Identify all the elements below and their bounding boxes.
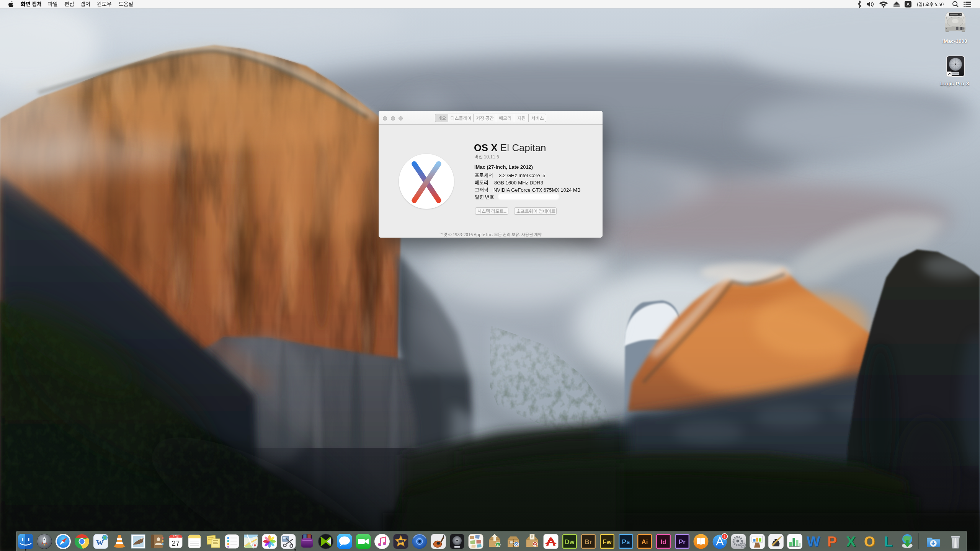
svg-text:Pr: Pr	[679, 538, 686, 546]
svg-text:Q: Q	[534, 543, 536, 546]
svg-text:Br: Br	[585, 538, 592, 546]
svg-text:X: X	[846, 534, 856, 549]
svg-text:Ai: Ai	[642, 538, 648, 546]
svg-text:A: A	[906, 2, 910, 7]
svg-text:Q: Q	[515, 543, 518, 546]
svg-text:Fw: Fw	[603, 538, 612, 546]
svg-text:W: W	[807, 534, 820, 549]
svg-text:G: G	[497, 543, 499, 547]
svg-text:Id: Id	[660, 538, 666, 546]
svg-text:Ps: Ps	[622, 538, 630, 546]
svg-text:P: P	[827, 534, 837, 549]
svg-text:27: 27	[172, 539, 180, 547]
svg-text:Dw: Dw	[565, 538, 575, 546]
svg-text:L: L	[884, 534, 893, 549]
svg-text:O: O	[864, 534, 875, 549]
svg-text:1: 1	[724, 534, 726, 539]
